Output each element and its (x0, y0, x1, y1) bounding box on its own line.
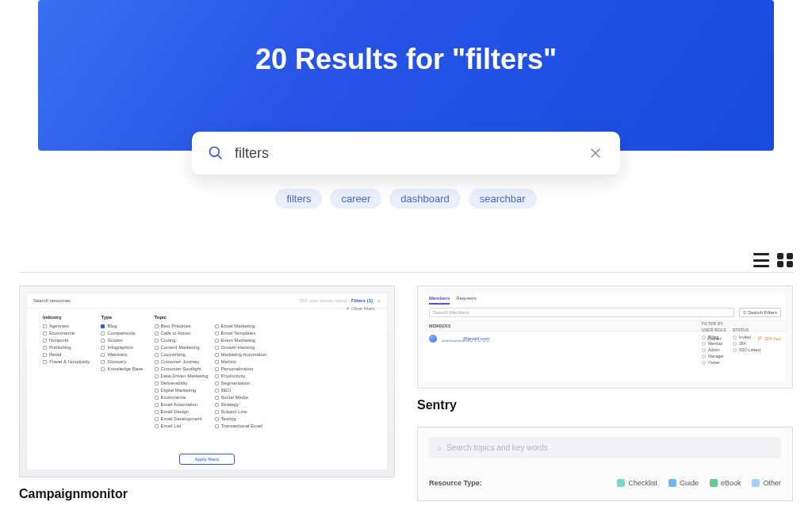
filter-option[interactable]: Digital Marketing (155, 387, 209, 394)
sentry-search-input[interactable]: Search Members (429, 308, 734, 317)
checkbox-icon (215, 396, 219, 400)
filter-option[interactable]: Owner (702, 359, 726, 366)
filter-option[interactable]: SEO (215, 387, 267, 394)
filter-option[interactable]: Comparisons (101, 330, 143, 337)
list-view-button[interactable] (753, 253, 769, 267)
filter-option[interactable]: Ecommerce (155, 394, 209, 401)
checkbox-icon (155, 381, 159, 385)
filter-option[interactable]: Manager (702, 353, 726, 359)
result-card-campaignmonitor[interactable]: Search resources 926 total results found… (19, 286, 395, 501)
checkbox-icon (215, 339, 219, 343)
checkbox-icon (215, 332, 219, 335)
sentry-filter-panel: FILTER BY USER ROLE BillingMemberAdminMa… (702, 321, 781, 366)
sentry-filters-button[interactable]: ≡ Search Filters (739, 308, 781, 317)
filter-option[interactable]: Best Practices (155, 323, 209, 330)
checkbox-icon (215, 353, 219, 357)
filter-option[interactable]: Coding (155, 337, 209, 344)
filter-option[interactable]: Customer Journey (155, 358, 209, 366)
result-card-resource-type[interactable]: ⌕ Search topics and key words Resource T… (417, 427, 793, 501)
checkbox-icon (43, 332, 47, 335)
rt-option-checklist[interactable]: Checklist (617, 479, 657, 487)
cm-search-label: Search resources (33, 298, 71, 303)
filter-option[interactable]: Publishing (43, 344, 90, 351)
filter-option[interactable]: Marketing Automation (215, 351, 267, 358)
cm-col-topic-2: Email MarketingEmail TemplatesEvent Mark… (215, 315, 267, 449)
checkbox-icon (668, 479, 676, 487)
search-bar[interactable] (192, 132, 620, 174)
cm-filters-count: Filters (1) (351, 298, 373, 303)
filter-option[interactable]: Email Automation (155, 401, 209, 408)
filter-option[interactable]: Email Templates (215, 330, 267, 337)
filter-option[interactable]: Email List (155, 423, 209, 430)
checkbox-icon (215, 417, 219, 421)
filter-option[interactable]: Email Marketing (215, 323, 267, 330)
filter-option[interactable]: Blog (101, 323, 143, 330)
filter-option[interactable]: Content Marketing (155, 344, 209, 351)
cm-clear-filters[interactable]: ✕ Clear filters (346, 305, 375, 311)
tag-dashboard[interactable]: dashboard (389, 189, 460, 209)
filter-option[interactable]: Infographics (101, 344, 143, 351)
rt-search-input[interactable]: ⌕ Search topics and key words (429, 437, 781, 458)
cm-col-type: Type BlogComparisonsGuidesInfographicsWe… (101, 315, 143, 449)
checkbox-icon (215, 360, 219, 364)
filter-option[interactable]: Subject Line (215, 408, 267, 416)
cm-apply-filters-button[interactable]: Apply filters (179, 454, 234, 465)
filter-option[interactable]: Invited (733, 334, 760, 340)
filter-option[interactable]: Growth Hacking (215, 344, 267, 351)
filter-option[interactable]: Glossary (101, 358, 143, 366)
checkbox-icon (43, 346, 47, 350)
radio-icon (702, 361, 706, 365)
rt-option-guide[interactable]: Guide (668, 479, 699, 487)
filter-option[interactable]: Testing (215, 416, 267, 423)
filter-option[interactable]: Copywriting (155, 351, 209, 358)
filter-option[interactable]: Calls to Action (155, 330, 209, 337)
result-card-sentry[interactable]: Members Requests Search Members ≡ Search… (417, 286, 793, 412)
filter-option[interactable]: Webinars (101, 351, 143, 358)
filter-option[interactable]: Transactional Email (215, 423, 267, 430)
clear-search-button[interactable] (587, 144, 604, 162)
checkbox-icon (215, 324, 219, 328)
filter-option[interactable]: Email Development (155, 416, 209, 423)
checkbox-icon (43, 360, 47, 364)
checkbox-icon (43, 339, 47, 343)
filter-option[interactable]: Strategy (215, 401, 267, 408)
grid-view-button[interactable] (777, 253, 793, 267)
filter-option[interactable]: Social Media (215, 394, 267, 401)
filter-option[interactable]: Guides (101, 337, 143, 344)
filter-option[interactable]: Event Marketing (215, 337, 267, 344)
filter-option[interactable]: Segmentation (215, 380, 267, 387)
filter-option[interactable]: Email Design (155, 408, 209, 416)
rt-option-other[interactable]: Other (752, 479, 781, 487)
filter-option[interactable]: Member (702, 340, 726, 347)
filter-option[interactable]: Billing (702, 334, 726, 340)
sentry-tab-requests[interactable]: Requests (456, 296, 476, 305)
filter-option[interactable]: Retail (43, 351, 90, 358)
filter-option[interactable]: Travel & Hospitality (43, 358, 90, 366)
filter-option[interactable]: Admin (702, 347, 726, 353)
filter-option[interactable]: Nonprofit (43, 337, 90, 344)
filter-option[interactable]: Data-Driven Marketing (155, 373, 209, 380)
filter-option[interactable]: Deliverability (155, 380, 209, 387)
tag-searchbar[interactable]: searchbar (469, 189, 537, 209)
filter-option[interactable]: Ecommerce (43, 330, 90, 337)
filter-option[interactable]: Agencies (43, 323, 90, 330)
filter-option[interactable]: SSO Linked (733, 347, 760, 353)
checkbox-icon (101, 324, 105, 328)
filter-option[interactable]: Metrics (215, 358, 267, 366)
filter-option[interactable]: Knowledge Base (101, 366, 143, 373)
rt-option-ebook[interactable]: eBook (710, 479, 741, 487)
filter-option[interactable]: 2FA (733, 340, 760, 347)
filter-option[interactable]: Customer Spotlight (155, 366, 209, 373)
checkbox-icon (155, 367, 159, 371)
filter-option[interactable]: Personalization (215, 366, 267, 373)
tag-filters[interactable]: filters (275, 189, 322, 209)
radio-icon (702, 355, 706, 358)
thumbnail: Search resources 926 total results found… (19, 286, 395, 477)
search-input[interactable] (235, 145, 587, 162)
sentry-tab-members[interactable]: Members (429, 296, 450, 305)
member-email: ________@gmail.com (442, 336, 489, 342)
tag-career[interactable]: career (330, 189, 381, 209)
filter-option[interactable]: Productivity (215, 373, 267, 380)
checkbox-icon (215, 346, 219, 350)
checkbox-icon (101, 346, 105, 350)
